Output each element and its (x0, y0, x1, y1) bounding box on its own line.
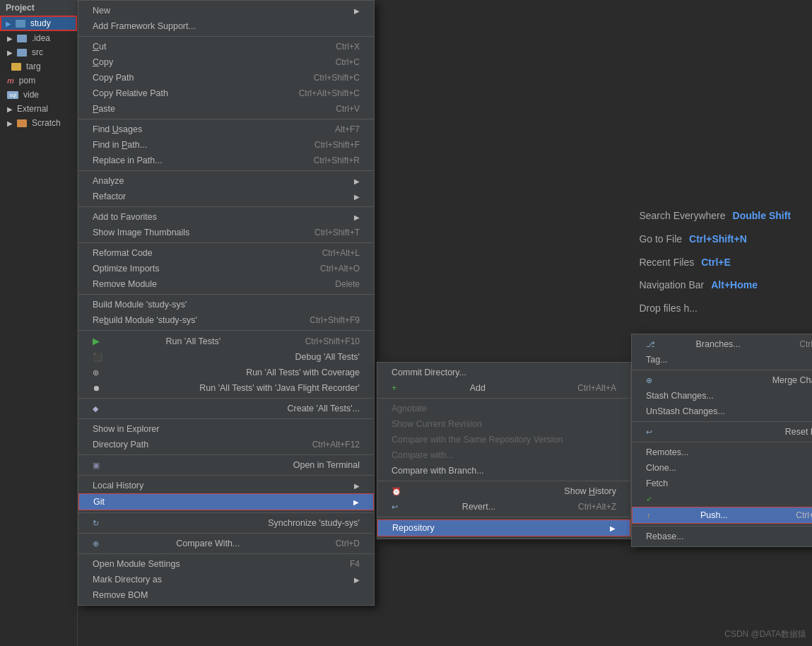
menu-run-with-coverage[interactable]: ⊛ Run 'All Tests' with Coverage (78, 365, 374, 380)
menu-open-in-terminal[interactable]: ▣ Open in Terminal (78, 457, 374, 473)
menu-remove-bom[interactable]: Remove BOM (78, 587, 374, 603)
repo-tag[interactable]: Tag... (632, 352, 812, 368)
repo-clone[interactable]: Clone... (632, 460, 812, 476)
menu-refactor-label: Refactor (93, 192, 126, 201)
git-compare-with[interactable]: Compare with... (377, 447, 630, 463)
menu-find-usages[interactable]: Find Usages Alt+F7 (78, 122, 374, 137)
menu-synchronize[interactable]: ↻ Synchronize 'study-sys' (78, 515, 374, 531)
menu-paste-shortcut: Ctrl+V (336, 104, 360, 114)
navigation-bar-label: Navigation Bar (639, 274, 704, 296)
drop-files-row: Drop files h... (639, 298, 791, 319)
menu-new-label: New (93, 6, 110, 16)
menu-open-module-settings-shortcut: F4 (350, 559, 360, 569)
menu-open-module-settings-label: Open Module Settings (93, 559, 180, 569)
menu-analyze[interactable]: Analyze ▶ (78, 173, 374, 189)
project-item-pom[interactable]: m pom (0, 74, 77, 88)
menu-create-all-tests[interactable]: ◆ Create 'All Tests'... (78, 401, 374, 416)
menu-create-all-tests-label: Create 'All Tests'... (288, 404, 360, 413)
go-to-file-row: Go to File Ctrl+Shift+N (639, 228, 791, 250)
repo-reset-head-label: Reset HEAD... (785, 427, 812, 437)
menu-refactor[interactable]: Refactor ▶ (78, 189, 374, 204)
separator-3 (78, 170, 374, 171)
menu-git[interactable]: Git ▶ (78, 493, 374, 510)
menu-replace-in-path[interactable]: Replace in Path... Ctrl+Shift+R (78, 153, 374, 168)
menu-rebuild-module[interactable]: Rebuild Module 'study-sys' Ctrl+Shift+F9 (78, 312, 374, 328)
project-item-targ[interactable]: targ (0, 59, 77, 74)
project-item-scratch[interactable]: ▶ Scratch (0, 116, 77, 130)
git-compare-same-repo[interactable]: Compare with the Same Repository Version (377, 432, 630, 447)
separator-14 (78, 553, 374, 554)
menu-show-in-explorer[interactable]: Show in Explorer (78, 421, 374, 437)
git-add[interactable]: + Add Ctrl+Alt+A (377, 380, 630, 396)
menu-reformat-code[interactable]: Reformat Code Ctrl+Alt+L (78, 245, 374, 261)
menu-run-all-tests-shortcut: Ctrl+Shift+F10 (305, 336, 360, 346)
menu-copy-label: Copy (93, 57, 113, 67)
menu-directory-path[interactable]: Directory Path Ctrl+Alt+F12 (78, 437, 374, 452)
separator-9 (78, 418, 374, 419)
project-item-idea-label: .idea (32, 33, 50, 43)
project-item-study[interactable]: ▶ study (0, 16, 77, 31)
separator-2 (78, 119, 374, 119)
menu-mark-directory-as-label: Mark Directory as (93, 575, 162, 585)
menu-show-image-thumbnails[interactable]: Show Image Thumbnails Ctrl+Shift+T (78, 225, 374, 240)
menu-compare-with[interactable]: ⊕ Compare With... Ctrl+D (78, 536, 374, 551)
menu-mark-directory-as[interactable]: Mark Directory as ▶ (78, 572, 374, 587)
repo-fetch-label: Fetch (646, 478, 668, 488)
menu-add-framework[interactable]: Add Framework Support... (78, 18, 374, 34)
menu-copy-path[interactable]: Copy Path Ctrl+Shift+C (78, 70, 374, 86)
git-add-label: Add (470, 383, 486, 393)
menu-add-to-favorites[interactable]: Add to Favorites ▶ (78, 209, 374, 225)
repo-push[interactable]: ↑ Push... Ctrl+Shift+K (632, 507, 812, 524)
menu-open-module-settings[interactable]: Open Module Settings F4 (78, 556, 374, 572)
repo-reset-head[interactable]: ↩ Reset HEAD... (632, 424, 812, 440)
git-show-history[interactable]: ⏰ Show History (377, 483, 630, 499)
repo-branches-shortcut: Ctrl+Shift+` (799, 339, 812, 349)
menu-copy-relative-path-shortcut: Ctrl+Alt+Shift+C (299, 88, 360, 98)
project-item-external[interactable]: ▶ External (0, 102, 77, 116)
repo-separator-4 (632, 526, 812, 527)
project-item-pom-label: pom (19, 76, 35, 86)
menu-remove-module[interactable]: Remove Module Delete (78, 276, 374, 292)
project-item-idea[interactable]: ▶ .idea (0, 31, 77, 45)
menu-find-in-path[interactable]: Find in Path... Ctrl+Shift+F (78, 137, 374, 153)
git-compare-with-branch[interactable]: Compare with Branch... (377, 463, 630, 478)
git-annotate[interactable]: Agnotate (377, 401, 630, 416)
git-repository[interactable]: Repository ▶ (377, 519, 630, 536)
menu-build-module[interactable]: Build Module 'study-sys' (78, 297, 374, 312)
repo-fetch[interactable]: Fetch (632, 476, 812, 491)
git-compare-with-branch-label: Compare with Branch... (392, 466, 484, 476)
menu-replace-in-path-label: Replace in Path... (93, 155, 163, 165)
git-show-current-revision[interactable]: Show Current Revision (377, 416, 630, 432)
menu-copy-relative-path[interactable]: Copy Relative Path Ctrl+Alt+Shift+C (78, 86, 374, 101)
repo-stash-changes-label: Stash Changes... (646, 391, 714, 401)
project-item-vide[interactable]: sql vide (0, 88, 77, 102)
menu-git-label: Git (93, 497, 105, 507)
repo-pull[interactable]: ✓ Pull... (632, 491, 812, 507)
go-to-file-shortcut: Ctrl+Shift+N (689, 228, 747, 250)
project-item-src[interactable]: ▶ src (0, 45, 77, 59)
git-commit-dir[interactable]: Commit Directory... (377, 365, 630, 380)
menu-synchronize-label: Synchronize 'study-sys' (268, 518, 360, 528)
menu-local-history[interactable]: Local History ▶ (78, 478, 374, 493)
repo-merge-changes[interactable]: ⊕ Merge Changes... (632, 372, 812, 388)
git-revert[interactable]: ↩ Revert... Ctrl+Alt+Z (377, 499, 630, 515)
recent-files-shortcut: Ctrl+E (701, 252, 731, 274)
repo-stash-changes[interactable]: Stash Changes... (632, 388, 812, 404)
project-item-src-label: src (32, 47, 43, 57)
menu-run-with-recorder-label: Run 'All Tests' with 'Java Flight Record… (199, 383, 360, 393)
repo-unstash-changes[interactable]: UnStash Changes... (632, 404, 812, 419)
menu-optimize-imports[interactable]: Optimize Imports Ctrl+Alt+O (78, 261, 374, 276)
menu-cut[interactable]: Cut Ctrl+X (78, 39, 374, 54)
git-revert-shortcut: Ctrl+Alt+Z (578, 502, 616, 512)
menu-debug-all-tests[interactable]: ⬛ Debug 'All Tests' (78, 349, 374, 365)
repo-remotes[interactable]: Remotes... (632, 445, 812, 460)
menu-new[interactable]: New ▶ (78, 3, 374, 18)
menu-run-with-recorder[interactable]: ⏺ Run 'All Tests' with 'Java Flight Reco… (78, 380, 374, 396)
repo-branches[interactable]: ⎇ Branches... Ctrl+Shift+` (632, 336, 812, 352)
menu-copy[interactable]: Copy Ctrl+C (78, 54, 374, 70)
menu-paste[interactable]: Paste Ctrl+V (78, 101, 374, 117)
menu-run-all-tests[interactable]: ▶ Run 'All Tests' Ctrl+Shift+F10 (78, 333, 374, 349)
menu-rebuild-module-shortcut: Ctrl+Shift+F9 (310, 315, 360, 325)
repo-rebase[interactable]: Rebase... (632, 529, 812, 544)
repo-rebase-label: Rebase... (646, 532, 684, 541)
